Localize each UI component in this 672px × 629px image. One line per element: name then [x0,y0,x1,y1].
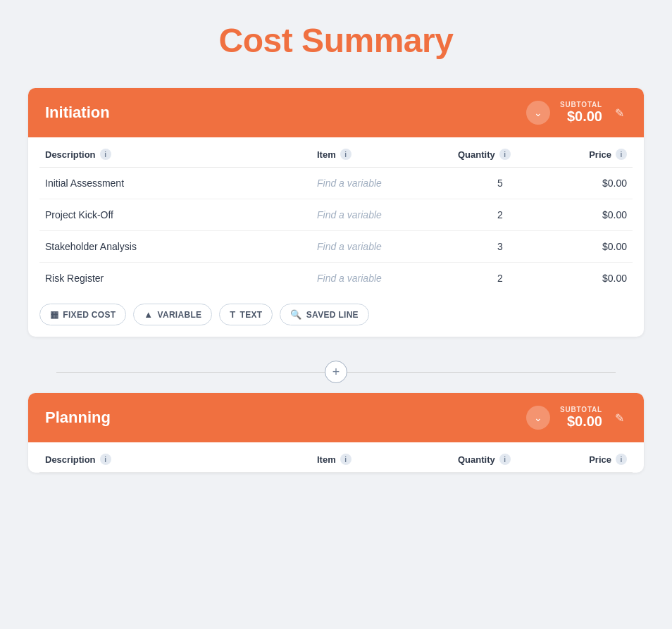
saved-line-button[interactable]: 🔍 SAVED LINE [280,304,368,325]
planning-table: Description i Item i Quantity i Price i [28,442,644,473]
initiation-title: Initiation [45,104,110,122]
planning-header: Planning ⌄ SUBTOTAL $0.00 ✎ [28,393,644,442]
row-item[interactable]: Find a variable [317,209,458,220]
variable-button[interactable]: ▲ VARIABLE [133,304,212,325]
initiation-header: Initiation ⌄ SUBTOTAL $0.00 ✎ [28,88,644,137]
initiation-section: Initiation ⌄ SUBTOTAL $0.00 ✎ Descriptio… [28,88,644,337]
initiation-table: Description i Item i Quantity i Price i [28,137,644,294]
planning-col-item: Item i [317,454,458,465]
row-item[interactable]: Find a variable [317,241,458,252]
quantity-info-icon: i [499,149,511,160]
planning-table-header: Description i Item i Quantity i Price i [39,442,633,473]
row-description: Initial Assessment [45,178,317,189]
row-price: $0.00 [542,273,627,284]
add-section-button[interactable]: + [325,361,347,383]
row-price: $0.00 [542,241,627,252]
table-row: Project Kick-Off Find a variable 2 $0.00 [39,199,633,231]
price-info-icon: i [616,149,627,160]
initiation-action-bar: ▦ FIXED COST ▲ VARIABLE T TEXT 🔍 SAVED L… [28,294,644,337]
row-price: $0.00 [542,209,627,220]
variable-label: VARIABLE [158,310,202,320]
planning-price-info-icon: i [616,454,627,465]
planning-item-info-icon: i [340,454,351,465]
table-row: Risk Register Find a variable 2 $0.00 [39,263,633,294]
col-header-price: Price i [542,149,627,160]
planning-title: Planning [45,409,111,427]
add-section-row: + [28,351,644,393]
row-quantity: 2 [458,273,542,284]
initiation-header-right: ⌄ SUBTOTAL $0.00 ✎ [526,101,627,125]
fixed-cost-icon: ▦ [50,309,58,320]
row-description: Risk Register [45,273,317,284]
row-quantity: 3 [458,241,542,252]
saved-line-icon: 🔍 [290,309,301,320]
planning-collapse-button[interactable]: ⌄ [526,406,550,430]
text-button[interactable]: T TEXT [219,304,273,325]
table-row: Stakeholder Analysis Find a variable 3 $… [39,231,633,263]
planning-col-quantity: Quantity i [458,454,542,465]
planning-description-info-icon: i [100,454,111,465]
planning-edit-button[interactable]: ✎ [612,409,627,428]
initiation-collapse-button[interactable]: ⌄ [526,101,550,125]
text-icon: T [230,309,235,320]
initiation-subtotal-amount: $0.00 [560,108,602,125]
planning-quantity-info-icon: i [499,454,511,465]
text-label: TEXT [240,310,263,320]
col-header-item: Item i [317,149,458,160]
saved-line-label: SAVED LINE [306,310,359,320]
add-section-icon: + [332,365,340,380]
col-header-quantity: Quantity i [458,149,542,160]
item-info-icon: i [340,149,351,160]
planning-col-description: Description i [45,454,317,465]
initiation-edit-button[interactable]: ✎ [612,104,627,123]
variable-icon: ▲ [144,309,153,320]
page-title: Cost Summary [28,21,644,60]
planning-subtotal-block: SUBTOTAL $0.00 [560,406,602,430]
row-description: Stakeholder Analysis [45,241,317,252]
row-description: Project Kick-Off [45,209,317,220]
row-quantity: 2 [458,209,542,220]
description-info-icon: i [100,149,111,160]
row-item[interactable]: Find a variable [317,273,458,284]
row-price: $0.00 [542,178,627,189]
row-quantity: 5 [458,178,542,189]
planning-section: Planning ⌄ SUBTOTAL $0.00 ✎ Description … [28,393,644,473]
initiation-subtotal-block: SUBTOTAL $0.00 [560,101,602,125]
row-item[interactable]: Find a variable [317,178,458,189]
planning-header-right: ⌄ SUBTOTAL $0.00 ✎ [526,406,627,430]
fixed-cost-label: FIXED COST [63,310,116,320]
planning-subtotal-amount: $0.00 [560,413,602,430]
planning-subtotal-label: SUBTOTAL [560,406,602,413]
initiation-subtotal-label: SUBTOTAL [560,101,602,108]
fixed-cost-button[interactable]: ▦ FIXED COST [39,304,126,325]
planning-col-price: Price i [542,454,627,465]
table-row: Initial Assessment Find a variable 5 $0.… [39,168,633,199]
col-header-description: Description i [45,149,317,160]
initiation-table-header: Description i Item i Quantity i Price i [39,137,633,168]
